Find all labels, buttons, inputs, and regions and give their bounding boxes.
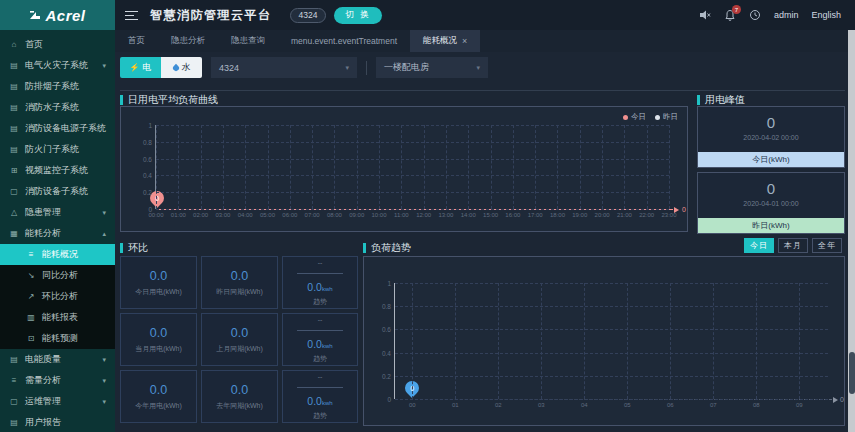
- x-tick-label: 17:00: [528, 212, 543, 218]
- ratio-trend-cell: --0.0kwh趋势: [282, 256, 358, 309]
- room-select[interactable]: 一楼配电房 ▾: [376, 57, 488, 78]
- collapse-menu-icon[interactable]: [125, 11, 138, 20]
- trend-tab-今日[interactable]: 今日: [744, 238, 774, 253]
- sidebar-item-label: 视频监控子系统: [25, 164, 88, 177]
- sidebar-item[interactable]: ▤电气火灾子系统▾: [0, 55, 115, 76]
- sidebar-item[interactable]: ⌂首页: [0, 34, 115, 55]
- sidebar-item[interactable]: ⊞视频监控子系统: [0, 160, 115, 181]
- room-select-value: 一楼配电房: [384, 61, 429, 74]
- chevron-down-icon: ▾: [476, 64, 480, 72]
- trend-tab-本月[interactable]: 本月: [778, 238, 808, 253]
- panel-icon: ▤: [9, 82, 19, 91]
- x-tick-label: 14:00: [461, 212, 476, 218]
- legend-dot-icon: [655, 115, 660, 120]
- x-tick-label: 07:00: [305, 212, 320, 218]
- device-select[interactable]: 4324 ▾: [211, 57, 357, 78]
- vertical-scrollbar[interactable]: [848, 30, 855, 432]
- sidebar-subitem[interactable]: ⊡能耗预测: [0, 328, 115, 349]
- gridline-v: [602, 125, 603, 209]
- close-icon[interactable]: ×: [462, 36, 467, 46]
- sidebar-item-label: 首页: [25, 38, 43, 51]
- sidebar-item[interactable]: ▦能耗分析▴: [0, 223, 115, 244]
- chevron-down-icon: ▾: [102, 209, 106, 217]
- tab-menu.event.eventTreatment[interactable]: menu.event.eventTreatment: [278, 30, 410, 52]
- gridline-v: [156, 125, 157, 209]
- sidebar-item[interactable]: ▤消防水子系统: [0, 97, 115, 118]
- water-drop-icon: [171, 63, 179, 71]
- stat-label: 昨日同期(kWh): [216, 287, 263, 297]
- trend-value: 0.0kwh: [307, 338, 332, 350]
- y-tick-label: 0.2: [382, 372, 391, 379]
- sidebar-item-label: 消防设备子系统: [25, 185, 88, 198]
- x-tick-label: 23:00: [661, 212, 676, 218]
- x-tick-label: 05: [624, 402, 631, 408]
- brand-logo-text: Acrel: [45, 7, 85, 24]
- electric-toggle-label: 电: [142, 61, 151, 74]
- tab-首页[interactable]: 首页: [115, 30, 158, 52]
- trend-tab-全年[interactable]: 全年: [812, 238, 842, 253]
- mute-speaker-icon[interactable]: [699, 9, 711, 21]
- peak-panel-title: 用电峰值: [697, 93, 745, 107]
- tab-隐患查询[interactable]: 隐患查询: [218, 30, 278, 52]
- axis-end-label: 0: [682, 206, 686, 213]
- stat-value: 0.0: [231, 383, 248, 397]
- chevron-up-icon: ▴: [102, 230, 106, 238]
- scrollbar-thumb[interactable]: [849, 352, 855, 394]
- clock-icon[interactable]: [749, 9, 761, 21]
- gridline-v: [756, 283, 757, 399]
- sidebar-item[interactable]: ≡需量分析▾: [0, 370, 115, 391]
- sidebar: Acrel ⌂首页▤电气火灾子系统▾▤防排烟子系统▤消防水子系统▤消防设备电源子…: [0, 0, 115, 432]
- device-icon: ▢: [9, 187, 19, 196]
- top-header: 智慧消防管理云平台 4324 切 换 7 admin English: [115, 0, 855, 30]
- gridline-v: [713, 283, 714, 399]
- switch-button[interactable]: 切 换: [334, 7, 381, 24]
- user-name[interactable]: admin: [774, 10, 799, 20]
- sidebar-item[interactable]: ▢运维管理▾: [0, 391, 115, 412]
- sidebar-item-label: 消防设备电源子系统: [25, 122, 106, 135]
- water-toggle-button[interactable]: 水: [161, 57, 202, 78]
- chevron-down-icon: ▾: [102, 377, 106, 385]
- y-tick-label: 1: [387, 280, 391, 287]
- gridline-v: [178, 125, 179, 209]
- x-tick-label: 06: [667, 402, 674, 408]
- gridline-v: [223, 125, 224, 209]
- tab-能耗概况[interactable]: 能耗概况×: [410, 30, 480, 52]
- sidebar-subitem[interactable]: ↘同比分析: [0, 265, 115, 286]
- legend-item[interactable]: 昨日: [655, 112, 678, 122]
- trend-panel-title: 负荷趋势: [363, 241, 411, 255]
- notification-bell-icon[interactable]: 7: [724, 9, 736, 21]
- daily-chart-title: 日用电平均负荷曲线: [120, 93, 218, 107]
- sidebar-item-label: 需量分析: [25, 374, 61, 387]
- device-icon: ▢: [9, 397, 19, 406]
- x-tick-label: 05:00: [260, 212, 275, 218]
- gridline-h: [395, 283, 828, 284]
- sidebar-item[interactable]: ▤防排烟子系统: [0, 76, 115, 97]
- sidebar-item[interactable]: ▤防火门子系统: [0, 139, 115, 160]
- y-tick-label: 0.4: [143, 172, 152, 179]
- language-switch[interactable]: English: [811, 10, 841, 20]
- sidebar-subitem[interactable]: ▥能耗报表: [0, 307, 115, 328]
- sidebar-item[interactable]: ▤消防设备电源子系统: [0, 118, 115, 139]
- sidebar-item[interactable]: ▢消防设备子系统: [0, 181, 115, 202]
- stat-label: 去年同期(kWh): [216, 401, 263, 411]
- ratio-panel-title-text: 环比: [128, 241, 148, 255]
- sidebar-item[interactable]: ▤用户报告: [0, 412, 115, 432]
- trend-divider: [297, 387, 343, 388]
- sidebar-subitem[interactable]: ↗环比分析: [0, 286, 115, 307]
- gridline-h: [395, 306, 828, 307]
- gridline-v: [334, 125, 335, 209]
- sidebar-item[interactable]: △隐患管理▾: [0, 202, 115, 223]
- sidebar-item-label: 能耗分析: [25, 227, 61, 240]
- tab-隐患分析[interactable]: 隐患分析: [158, 30, 218, 52]
- peak-date: 2020-04-01 00:00: [698, 200, 844, 207]
- legend-item[interactable]: 今日: [623, 112, 646, 122]
- app-root: Acrel ⌂首页▤电气火灾子系统▾▤防排烟子系统▤消防水子系统▤消防设备电源子…: [0, 0, 855, 432]
- sidebar-subitem[interactable]: ≡能耗概况: [0, 244, 115, 265]
- electric-toggle-button[interactable]: ⚡ 电: [120, 57, 161, 78]
- gridline-h: [156, 159, 669, 160]
- tab-label: 能耗概况: [423, 35, 457, 47]
- x-tick-label: 03: [538, 402, 545, 408]
- sidebar-item[interactable]: ▤电能质量▾: [0, 349, 115, 370]
- x-tick-label: 13:00: [438, 212, 453, 218]
- trend-label: 趋势: [313, 354, 327, 364]
